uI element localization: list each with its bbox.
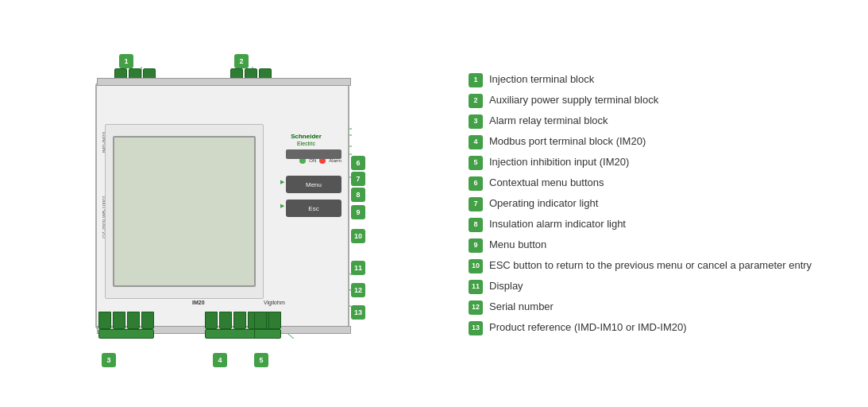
- legend-item: 2 Auxiliary power supply terminal block: [469, 94, 852, 108]
- legend-item: 4 Modbus port terminal block (IM20): [469, 135, 852, 149]
- legend-text: Injection inhibition input (IM20): [489, 156, 629, 169]
- contextual-buttons-area: [286, 149, 341, 159]
- legend-text: ESC button to return to the previous men…: [489, 259, 812, 273]
- terminal-bottom-3: [98, 312, 154, 339]
- legend-text: Contextual menu buttons: [489, 176, 604, 190]
- schneider-logo-area: Schneider Electric: [268, 128, 344, 152]
- terminal-pin-bottom: [98, 312, 111, 329]
- display-inner: [105, 124, 264, 299]
- legend-badge: 12: [469, 300, 483, 315]
- legend-item: 13 Product reference (IMD-IM10 or IMD-IM…: [469, 321, 852, 335]
- legend-badge: 10: [469, 259, 483, 273]
- legend-item: 8 Insulation alarm indicator light: [469, 218, 852, 232]
- legend-badge: 9: [469, 238, 483, 253]
- legend-badge: 8: [469, 218, 483, 232]
- legend-text: Modbus port terminal block (IM20): [489, 135, 646, 149]
- esc-button[interactable]: Esc: [286, 200, 341, 217]
- legend-item: 6 Contextual menu buttons: [469, 176, 852, 191]
- legend-text: Serial number: [489, 300, 554, 314]
- terminal-pin-bottom: [205, 312, 218, 329]
- legend-text: Operating indicator light: [489, 197, 598, 211]
- terminal-bottom-5: [254, 312, 281, 339]
- legend-item: 5 Injection inhibition input (IM20): [469, 156, 852, 170]
- legend-item: 11 Display: [469, 280, 852, 294]
- terminal-pin-bottom: [233, 312, 246, 329]
- terminal-base-bottom: [254, 329, 281, 339]
- terminal-pin-bottom: [127, 312, 140, 329]
- legend-badge: 6: [469, 176, 483, 191]
- esc-arrow: ▶: [280, 203, 284, 209]
- diagram-panel: 1 2: [0, 0, 461, 407]
- legend-text: Menu button: [489, 238, 546, 252]
- legend-badge: 7: [469, 197, 483, 211]
- legend-badge: 11: [469, 280, 483, 294]
- device-diagram: 1 2: [95, 52, 365, 355]
- legend-item: 12 Serial number: [469, 300, 852, 315]
- legend-panel: 1 Injection terminal block 2 Auxiliary p…: [461, 0, 868, 407]
- display-screen: [113, 136, 256, 287]
- legend-item: 10 ESC button to return to the previous …: [469, 259, 852, 273]
- legend-text: Product reference (IMD-IM10 or IMD-IM20): [489, 321, 687, 335]
- legend-list: 1 Injection terminal block 2 Auxiliary p…: [469, 73, 852, 342]
- terminal-pin-bottom: [141, 312, 154, 329]
- legend-item: 1 Injection terminal block: [469, 73, 852, 87]
- schneider-logo: Schneider Electric: [291, 133, 322, 147]
- terminal-pin-bottom: [219, 312, 232, 329]
- legend-badge: 5: [469, 156, 483, 170]
- legend-item: 3 Alarm relay terminal block: [469, 114, 852, 129]
- device-label-im20: IM20: [192, 300, 205, 305]
- legend-text: Insulation alarm indicator light: [489, 218, 626, 231]
- legend-text: Alarm relay terminal block: [489, 114, 608, 128]
- legend-text: Display: [489, 280, 523, 293]
- menu-arrow: ▶: [280, 179, 284, 185]
- terminal-pin-bottom: [113, 312, 125, 329]
- din-rail-top: [97, 78, 351, 86]
- device-body: IMD-IM20 QZ-2009.WB-10001 Schneider Elec…: [95, 83, 349, 329]
- legend-text: Auxiliary power supply terminal block: [489, 94, 658, 107]
- terminal-pin-bottom: [268, 312, 281, 329]
- terminal-pin-bottom: [254, 312, 267, 329]
- legend-badge: 13: [469, 321, 483, 335]
- device-label-vigilohm: Vigilohm: [264, 300, 285, 305]
- legend-badge: 1: [469, 73, 483, 87]
- legend-badge: 4: [469, 135, 483, 149]
- legend-text: Injection terminal block: [489, 73, 594, 87]
- legend-item: 7 Operating indicator light: [469, 197, 852, 211]
- legend-badge: 2: [469, 94, 483, 108]
- terminal-base-bottom: [98, 329, 154, 339]
- legend-item: 9 Menu button: [469, 238, 852, 253]
- legend-badge: 3: [469, 114, 483, 129]
- menu-button[interactable]: Menu: [286, 176, 341, 193]
